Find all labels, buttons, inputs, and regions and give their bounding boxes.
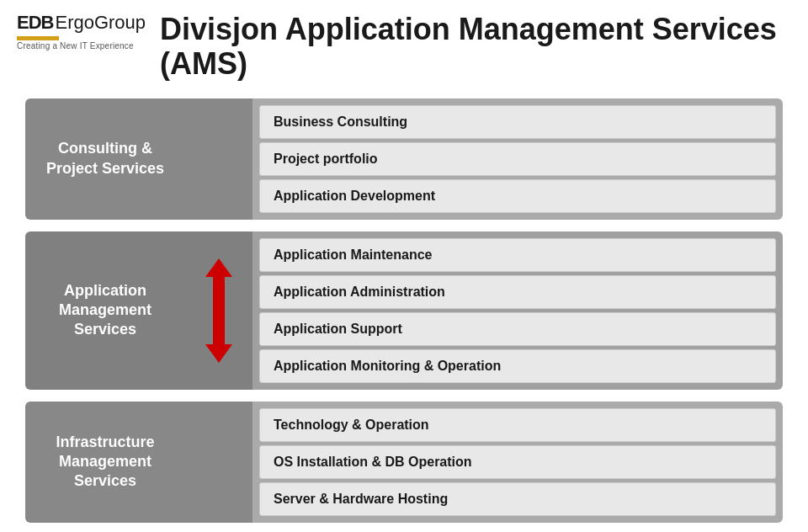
arrow-col-ams bbox=[185, 231, 252, 390]
arrow-up-icon bbox=[205, 258, 232, 277]
page-title: Divisjon Application Management Services… bbox=[160, 12, 791, 82]
section-label-consulting: Consulting & Project Services bbox=[25, 98, 185, 220]
arrow-col-consulting bbox=[185, 98, 252, 220]
section-row-infra: Infrastructure Management ServicesTechno… bbox=[25, 402, 783, 523]
arrow-down-icon bbox=[205, 344, 232, 363]
section-label-ams: Application Management Services bbox=[25, 231, 185, 390]
item-ams-0: Application Maintenance bbox=[259, 238, 776, 272]
item-infra-0: Technology & Operation bbox=[259, 408, 776, 442]
section-label-infra: Infrastructure Management Services bbox=[25, 402, 185, 523]
item-consulting-0: Business Consulting bbox=[259, 105, 776, 139]
header: EDB ErgoGroup Creating a New IT Experien… bbox=[0, 0, 808, 90]
logo-tagline: Creating a New IT Experience bbox=[17, 41, 143, 51]
logo-edb: EDB bbox=[17, 12, 53, 34]
content-area: Consulting & Project ServicesBusiness Co… bbox=[0, 90, 808, 531]
arrow-col-infra bbox=[185, 402, 252, 523]
item-ams-2: Application Support bbox=[259, 312, 776, 346]
section-items-infra: Technology & OperationOS Installation & … bbox=[252, 402, 783, 523]
double-arrow-ams bbox=[205, 231, 232, 390]
section-items-consulting: Business ConsultingProject portfolioAppl… bbox=[252, 98, 783, 220]
section-items-ams: Application MaintenanceApplication Admin… bbox=[252, 231, 783, 390]
section-row-ams: Application Management ServicesApplicati… bbox=[25, 231, 783, 390]
item-consulting-1: Project portfolio bbox=[259, 142, 776, 176]
logo-ergogroup: ErgoGroup bbox=[55, 12, 146, 34]
item-consulting-2: Application Development bbox=[259, 179, 776, 213]
logo-text: EDB ErgoGroup bbox=[17, 12, 143, 34]
item-ams-1: Application Administration bbox=[259, 275, 776, 309]
item-infra-1: OS Installation & DB Operation bbox=[259, 445, 776, 479]
item-infra-2: Server & Hardware Hosting bbox=[259, 482, 776, 516]
arrow-shaft bbox=[213, 277, 225, 344]
logo-bar bbox=[17, 36, 59, 40]
logo-area: EDB ErgoGroup Creating a New IT Experien… bbox=[17, 12, 143, 51]
item-ams-3: Application Monitoring & Operation bbox=[259, 349, 776, 383]
section-row-consulting: Consulting & Project ServicesBusiness Co… bbox=[25, 98, 783, 220]
